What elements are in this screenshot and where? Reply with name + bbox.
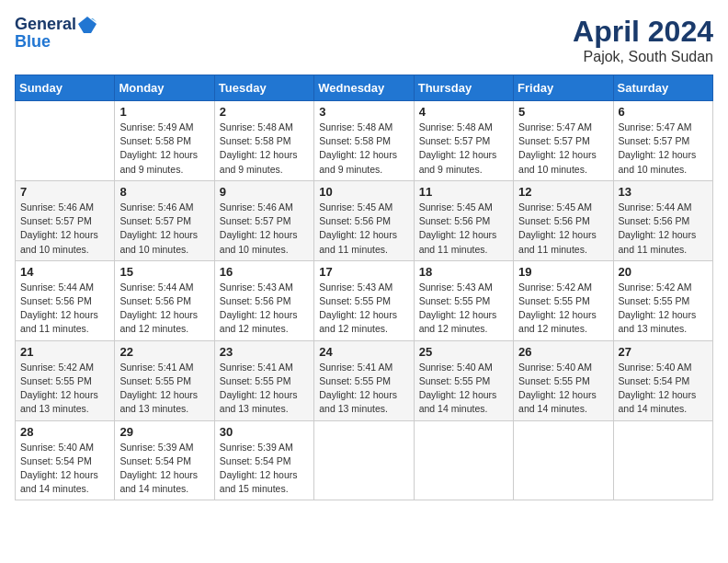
day-number: 6 xyxy=(619,105,708,119)
day-info: Sunrise: 5:44 AM Sunset: 5:56 PM Dayligh… xyxy=(119,281,209,337)
day-info: Sunrise: 5:40 AM Sunset: 5:54 PM Dayligh… xyxy=(619,361,708,417)
day-info: Sunrise: 5:41 AM Sunset: 5:55 PM Dayligh… xyxy=(119,361,209,417)
calendar-cell: 7Sunrise: 5:46 AM Sunset: 5:57 PM Daylig… xyxy=(16,180,115,260)
logo-general: General xyxy=(15,16,76,32)
day-info: Sunrise: 5:41 AM Sunset: 5:55 PM Dayligh… xyxy=(220,361,309,417)
logo-bird-icon xyxy=(78,15,97,33)
calendar-cell xyxy=(414,420,513,500)
day-info: Sunrise: 5:49 AM Sunset: 5:58 PM Dayligh… xyxy=(119,121,209,177)
day-number: 20 xyxy=(619,265,708,279)
day-number: 4 xyxy=(419,105,508,119)
calendar-cell: 4Sunrise: 5:48 AM Sunset: 5:57 PM Daylig… xyxy=(414,101,513,181)
calendar-week-4: 21Sunrise: 5:42 AM Sunset: 5:55 PM Dayli… xyxy=(16,340,713,420)
day-header-wednesday: Wednesday xyxy=(314,75,414,101)
calendar-cell: 18Sunrise: 5:43 AM Sunset: 5:55 PM Dayli… xyxy=(414,260,513,340)
day-number: 12 xyxy=(518,185,608,199)
day-info: Sunrise: 5:39 AM Sunset: 5:54 PM Dayligh… xyxy=(220,441,309,497)
day-number: 28 xyxy=(20,425,109,439)
calendar-cell: 26Sunrise: 5:40 AM Sunset: 5:55 PM Dayli… xyxy=(514,340,613,420)
title-area: April 2024 Pajok, South Sudan xyxy=(573,15,713,65)
day-info: Sunrise: 5:45 AM Sunset: 5:56 PM Dayligh… xyxy=(419,201,508,257)
day-number: 17 xyxy=(319,265,408,279)
calendar-cell: 29Sunrise: 5:39 AM Sunset: 5:54 PM Dayli… xyxy=(115,420,214,500)
calendar-cell: 1Sunrise: 5:49 AM Sunset: 5:58 PM Daylig… xyxy=(115,101,214,181)
calendar-cell: 15Sunrise: 5:44 AM Sunset: 5:56 PM Dayli… xyxy=(115,260,214,340)
day-info: Sunrise: 5:45 AM Sunset: 5:56 PM Dayligh… xyxy=(319,201,408,257)
calendar-week-3: 14Sunrise: 5:44 AM Sunset: 5:56 PM Dayli… xyxy=(16,260,713,340)
day-number: 1 xyxy=(119,105,209,119)
day-info: Sunrise: 5:48 AM Sunset: 5:57 PM Dayligh… xyxy=(419,121,508,177)
day-info: Sunrise: 5:46 AM Sunset: 5:57 PM Dayligh… xyxy=(220,201,309,257)
day-header-monday: Monday xyxy=(115,75,214,101)
day-number: 23 xyxy=(220,345,309,359)
day-info: Sunrise: 5:40 AM Sunset: 5:55 PM Dayligh… xyxy=(518,361,608,417)
calendar-cell: 30Sunrise: 5:39 AM Sunset: 5:54 PM Dayli… xyxy=(214,420,313,500)
day-info: Sunrise: 5:40 AM Sunset: 5:54 PM Dayligh… xyxy=(20,441,109,497)
day-number: 18 xyxy=(419,265,508,279)
day-header-friday: Friday xyxy=(514,75,613,101)
day-info: Sunrise: 5:39 AM Sunset: 5:54 PM Dayligh… xyxy=(119,441,209,497)
calendar-cell: 11Sunrise: 5:45 AM Sunset: 5:56 PM Dayli… xyxy=(414,180,513,260)
day-info: Sunrise: 5:42 AM Sunset: 5:55 PM Dayligh… xyxy=(518,281,608,337)
calendar-cell: 13Sunrise: 5:44 AM Sunset: 5:56 PM Dayli… xyxy=(613,180,712,260)
day-info: Sunrise: 5:45 AM Sunset: 5:56 PM Dayligh… xyxy=(518,201,608,257)
calendar-cell: 23Sunrise: 5:41 AM Sunset: 5:55 PM Dayli… xyxy=(214,340,313,420)
day-info: Sunrise: 5:46 AM Sunset: 5:57 PM Dayligh… xyxy=(20,201,109,257)
calendar-cell xyxy=(314,420,414,500)
day-number: 7 xyxy=(20,185,109,199)
main-title: April 2024 xyxy=(573,15,713,49)
calendar-cell: 25Sunrise: 5:40 AM Sunset: 5:55 PM Dayli… xyxy=(414,340,513,420)
day-header-thursday: Thursday xyxy=(414,75,513,101)
calendar-week-5: 28Sunrise: 5:40 AM Sunset: 5:54 PM Dayli… xyxy=(16,420,713,500)
calendar-cell: 21Sunrise: 5:42 AM Sunset: 5:55 PM Dayli… xyxy=(16,340,115,420)
calendar-cell: 19Sunrise: 5:42 AM Sunset: 5:55 PM Dayli… xyxy=(514,260,613,340)
day-info: Sunrise: 5:47 AM Sunset: 5:57 PM Dayligh… xyxy=(518,121,608,177)
calendar-cell: 5Sunrise: 5:47 AM Sunset: 5:57 PM Daylig… xyxy=(514,101,613,181)
day-info: Sunrise: 5:43 AM Sunset: 5:56 PM Dayligh… xyxy=(220,281,309,337)
day-number: 13 xyxy=(619,185,708,199)
day-info: Sunrise: 5:42 AM Sunset: 5:55 PM Dayligh… xyxy=(20,361,109,417)
day-number: 24 xyxy=(319,345,408,359)
day-number: 10 xyxy=(319,185,408,199)
day-number: 3 xyxy=(319,105,408,119)
day-number: 25 xyxy=(419,345,508,359)
day-header-saturday: Saturday xyxy=(613,75,712,101)
day-number: 8 xyxy=(119,185,209,199)
day-info: Sunrise: 5:47 AM Sunset: 5:57 PM Dayligh… xyxy=(619,121,708,177)
day-info: Sunrise: 5:43 AM Sunset: 5:55 PM Dayligh… xyxy=(419,281,508,337)
day-info: Sunrise: 5:41 AM Sunset: 5:55 PM Dayligh… xyxy=(319,361,408,417)
day-number: 27 xyxy=(619,345,708,359)
day-number: 22 xyxy=(119,345,209,359)
calendar-cell xyxy=(613,420,712,500)
calendar-cell: 8Sunrise: 5:46 AM Sunset: 5:57 PM Daylig… xyxy=(115,180,214,260)
calendar: SundayMondayTuesdayWednesdayThursdayFrid… xyxy=(15,75,713,500)
calendar-cell: 3Sunrise: 5:48 AM Sunset: 5:58 PM Daylig… xyxy=(314,101,414,181)
day-info: Sunrise: 5:44 AM Sunset: 5:56 PM Dayligh… xyxy=(619,201,708,257)
calendar-cell: 22Sunrise: 5:41 AM Sunset: 5:55 PM Dayli… xyxy=(115,340,214,420)
calendar-cell: 14Sunrise: 5:44 AM Sunset: 5:56 PM Dayli… xyxy=(16,260,115,340)
subtitle: Pajok, South Sudan xyxy=(573,49,713,65)
header: General Blue April 2024 Pajok, South Sud… xyxy=(15,15,713,65)
calendar-cell: 27Sunrise: 5:40 AM Sunset: 5:54 PM Dayli… xyxy=(613,340,712,420)
calendar-header-row: SundayMondayTuesdayWednesdayThursdayFrid… xyxy=(16,75,713,101)
calendar-cell: 10Sunrise: 5:45 AM Sunset: 5:56 PM Dayli… xyxy=(314,180,414,260)
svg-marker-0 xyxy=(78,17,97,33)
calendar-cell: 16Sunrise: 5:43 AM Sunset: 5:56 PM Dayli… xyxy=(214,260,313,340)
day-info: Sunrise: 5:48 AM Sunset: 5:58 PM Dayligh… xyxy=(220,121,309,177)
day-number: 14 xyxy=(20,265,109,279)
day-number: 2 xyxy=(220,105,309,119)
calendar-week-1: 1Sunrise: 5:49 AM Sunset: 5:58 PM Daylig… xyxy=(16,101,713,181)
calendar-cell: 24Sunrise: 5:41 AM Sunset: 5:55 PM Dayli… xyxy=(314,340,414,420)
calendar-cell: 17Sunrise: 5:43 AM Sunset: 5:55 PM Dayli… xyxy=(314,260,414,340)
day-info: Sunrise: 5:42 AM Sunset: 5:55 PM Dayligh… xyxy=(619,281,708,337)
day-number: 21 xyxy=(20,345,109,359)
logo-blue: Blue xyxy=(15,33,51,50)
day-number: 30 xyxy=(220,425,309,439)
calendar-cell: 2Sunrise: 5:48 AM Sunset: 5:58 PM Daylig… xyxy=(214,101,313,181)
day-number: 15 xyxy=(119,265,209,279)
day-number: 11 xyxy=(419,185,508,199)
calendar-cell xyxy=(514,420,613,500)
day-info: Sunrise: 5:48 AM Sunset: 5:58 PM Dayligh… xyxy=(319,121,408,177)
calendar-cell: 28Sunrise: 5:40 AM Sunset: 5:54 PM Dayli… xyxy=(16,420,115,500)
calendar-cell: 6Sunrise: 5:47 AM Sunset: 5:57 PM Daylig… xyxy=(613,101,712,181)
